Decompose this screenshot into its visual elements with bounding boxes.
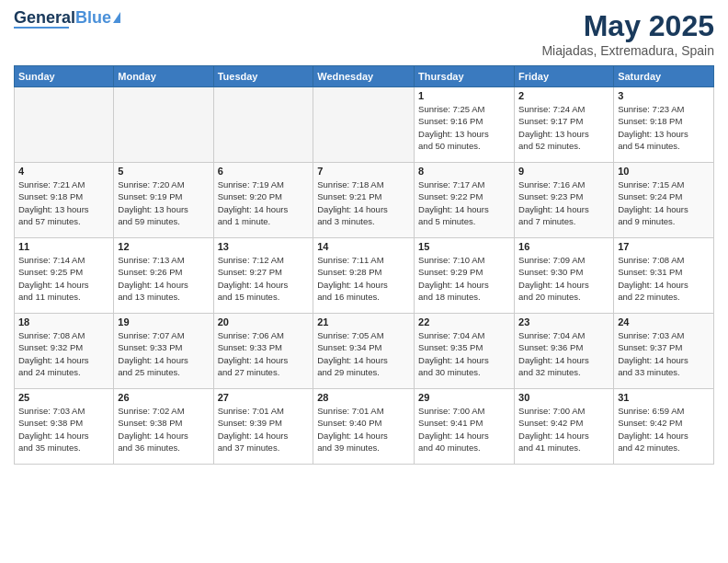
calendar-week-0: 1Sunrise: 7:25 AM Sunset: 9:16 PM Daylig…	[15, 87, 714, 163]
page: GeneralBlue May 2025 Miajadas, Extremadu…	[0, 0, 728, 563]
calendar-cell	[15, 87, 114, 163]
day-info: Sunrise: 7:24 AM Sunset: 9:17 PM Dayligh…	[518, 103, 609, 152]
day-number: 28	[317, 392, 410, 403]
day-number: 21	[317, 316, 410, 327]
day-info: Sunrise: 7:25 AM Sunset: 9:16 PM Dayligh…	[418, 103, 510, 152]
calendar-cell: 8Sunrise: 7:17 AM Sunset: 9:22 PM Daylig…	[415, 163, 515, 238]
day-info: Sunrise: 7:08 AM Sunset: 9:31 PM Dayligh…	[618, 254, 710, 303]
day-number: 23	[518, 316, 609, 327]
calendar-cell: 21Sunrise: 7:05 AM Sunset: 9:34 PM Dayli…	[313, 314, 415, 389]
day-info: Sunrise: 7:16 AM Sunset: 9:23 PM Dayligh…	[518, 178, 609, 227]
day-number: 1	[418, 90, 510, 101]
calendar-cell: 4Sunrise: 7:21 AM Sunset: 9:18 PM Daylig…	[15, 163, 114, 238]
day-number: 30	[518, 392, 609, 403]
day-number: 7	[317, 166, 410, 177]
day-info: Sunrise: 7:20 AM Sunset: 9:19 PM Dayligh…	[118, 178, 209, 227]
day-info: Sunrise: 7:04 AM Sunset: 9:35 PM Dayligh…	[418, 329, 510, 378]
day-info: Sunrise: 7:23 AM Sunset: 9:18 PM Dayligh…	[618, 103, 710, 152]
day-number: 15	[418, 241, 510, 252]
day-info: Sunrise: 7:04 AM Sunset: 9:36 PM Dayligh…	[518, 329, 609, 378]
calendar-cell: 15Sunrise: 7:10 AM Sunset: 9:29 PM Dayli…	[415, 238, 515, 314]
day-number: 31	[618, 392, 710, 403]
day-info: Sunrise: 7:00 AM Sunset: 9:42 PM Dayligh…	[518, 405, 609, 454]
day-number: 4	[18, 166, 109, 177]
day-info: Sunrise: 7:07 AM Sunset: 9:33 PM Dayligh…	[118, 329, 209, 378]
day-number: 27	[218, 392, 310, 403]
day-number: 19	[118, 316, 209, 327]
day-number: 2	[518, 90, 609, 101]
calendar-header-friday: Friday	[515, 66, 614, 87]
calendar-header-thursday: Thursday	[415, 66, 515, 87]
day-number: 6	[218, 166, 310, 177]
day-info: Sunrise: 7:10 AM Sunset: 9:29 PM Dayligh…	[418, 254, 510, 303]
day-info: Sunrise: 7:03 AM Sunset: 9:37 PM Dayligh…	[618, 329, 710, 378]
logo-text: GeneralBlue	[14, 9, 111, 26]
day-info: Sunrise: 7:00 AM Sunset: 9:41 PM Dayligh…	[418, 405, 510, 454]
calendar-cell: 1Sunrise: 7:25 AM Sunset: 9:16 PM Daylig…	[415, 87, 515, 163]
day-info: Sunrise: 7:06 AM Sunset: 9:33 PM Dayligh…	[218, 329, 310, 378]
calendar-header-saturday: Saturday	[614, 66, 714, 87]
logo-blue-text: Blue	[75, 8, 111, 27]
day-number: 17	[618, 241, 710, 252]
calendar-cell: 17Sunrise: 7:08 AM Sunset: 9:31 PM Dayli…	[614, 238, 714, 314]
calendar-cell	[213, 87, 313, 163]
calendar-cell: 13Sunrise: 7:12 AM Sunset: 9:27 PM Dayli…	[213, 238, 313, 314]
calendar-cell: 25Sunrise: 7:03 AM Sunset: 9:38 PM Dayli…	[15, 389, 114, 465]
day-number: 14	[317, 241, 410, 252]
calendar-cell: 12Sunrise: 7:13 AM Sunset: 9:26 PM Dayli…	[114, 238, 213, 314]
calendar-header-sunday: Sunday	[15, 66, 114, 87]
day-info: Sunrise: 7:02 AM Sunset: 9:38 PM Dayligh…	[118, 405, 209, 454]
calendar-cell: 27Sunrise: 7:01 AM Sunset: 9:39 PM Dayli…	[213, 389, 313, 465]
day-number: 16	[518, 241, 609, 252]
calendar-cell: 20Sunrise: 7:06 AM Sunset: 9:33 PM Dayli…	[213, 314, 313, 389]
calendar-week-2: 11Sunrise: 7:14 AM Sunset: 9:25 PM Dayli…	[15, 238, 714, 314]
logo-general: General	[14, 8, 75, 27]
calendar-cell: 23Sunrise: 7:04 AM Sunset: 9:36 PM Dayli…	[515, 314, 614, 389]
day-number: 13	[218, 241, 310, 252]
calendar-cell: 18Sunrise: 7:08 AM Sunset: 9:32 PM Dayli…	[15, 314, 114, 389]
day-info: Sunrise: 7:12 AM Sunset: 9:27 PM Dayligh…	[218, 254, 310, 303]
day-info: Sunrise: 7:15 AM Sunset: 9:24 PM Dayligh…	[618, 178, 710, 227]
calendar-header-wednesday: Wednesday	[313, 66, 415, 87]
day-info: Sunrise: 6:59 AM Sunset: 9:42 PM Dayligh…	[618, 405, 710, 454]
day-info: Sunrise: 7:11 AM Sunset: 9:28 PM Dayligh…	[317, 254, 410, 303]
day-number: 3	[618, 90, 710, 101]
calendar-week-1: 4Sunrise: 7:21 AM Sunset: 9:18 PM Daylig…	[15, 163, 714, 238]
day-info: Sunrise: 7:03 AM Sunset: 9:38 PM Dayligh…	[18, 405, 109, 454]
header: GeneralBlue May 2025 Miajadas, Extremadu…	[14, 9, 714, 58]
day-number: 22	[418, 316, 510, 327]
calendar-cell: 19Sunrise: 7:07 AM Sunset: 9:33 PM Dayli…	[114, 314, 213, 389]
calendar-cell: 22Sunrise: 7:04 AM Sunset: 9:35 PM Dayli…	[415, 314, 515, 389]
calendar-cell: 6Sunrise: 7:19 AM Sunset: 9:20 PM Daylig…	[213, 163, 313, 238]
calendar-cell: 9Sunrise: 7:16 AM Sunset: 9:23 PM Daylig…	[515, 163, 614, 238]
title-section: May 2025 Miajadas, Extremadura, Spain	[541, 9, 714, 58]
calendar-header-tuesday: Tuesday	[213, 66, 313, 87]
calendar-header-row: SundayMondayTuesdayWednesdayThursdayFrid…	[15, 66, 714, 87]
calendar-header-monday: Monday	[114, 66, 213, 87]
calendar-cell: 28Sunrise: 7:01 AM Sunset: 9:40 PM Dayli…	[313, 389, 415, 465]
day-number: 29	[418, 392, 510, 403]
calendar-cell: 30Sunrise: 7:00 AM Sunset: 9:42 PM Dayli…	[515, 389, 614, 465]
day-number: 18	[18, 316, 109, 327]
logo-underline	[14, 27, 69, 29]
day-number: 5	[118, 166, 209, 177]
day-info: Sunrise: 7:18 AM Sunset: 9:21 PM Dayligh…	[317, 178, 410, 227]
day-info: Sunrise: 7:21 AM Sunset: 9:18 PM Dayligh…	[18, 178, 109, 227]
calendar-week-3: 18Sunrise: 7:08 AM Sunset: 9:32 PM Dayli…	[15, 314, 714, 389]
day-number: 24	[618, 316, 710, 327]
calendar-cell: 31Sunrise: 6:59 AM Sunset: 9:42 PM Dayli…	[614, 389, 714, 465]
calendar-cell	[114, 87, 213, 163]
day-number: 9	[518, 166, 609, 177]
calendar-cell: 29Sunrise: 7:00 AM Sunset: 9:41 PM Dayli…	[415, 389, 515, 465]
day-number: 25	[18, 392, 109, 403]
day-number: 11	[18, 241, 109, 252]
day-info: Sunrise: 7:09 AM Sunset: 9:30 PM Dayligh…	[518, 254, 609, 303]
calendar-cell: 26Sunrise: 7:02 AM Sunset: 9:38 PM Dayli…	[114, 389, 213, 465]
day-info: Sunrise: 7:13 AM Sunset: 9:26 PM Dayligh…	[118, 254, 209, 303]
logo-triangle-icon	[113, 12, 120, 23]
calendar-week-4: 25Sunrise: 7:03 AM Sunset: 9:38 PM Dayli…	[15, 389, 714, 465]
day-info: Sunrise: 7:01 AM Sunset: 9:39 PM Dayligh…	[218, 405, 310, 454]
calendar-cell: 11Sunrise: 7:14 AM Sunset: 9:25 PM Dayli…	[15, 238, 114, 314]
calendar-cell: 5Sunrise: 7:20 AM Sunset: 9:19 PM Daylig…	[114, 163, 213, 238]
logo: GeneralBlue	[14, 9, 120, 29]
